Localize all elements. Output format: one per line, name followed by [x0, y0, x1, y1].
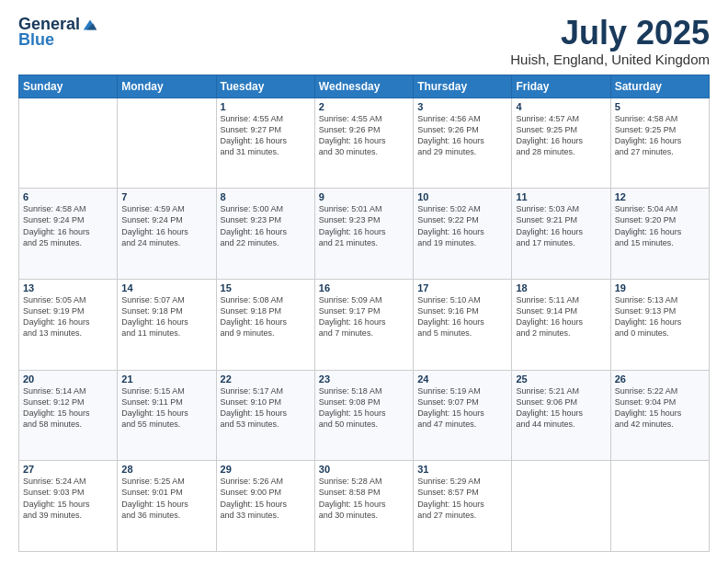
logo-blue: Blue [18, 30, 54, 50]
day-detail: Sunrise: 5:11 AM Sunset: 9:14 PM Dayligh… [516, 294, 606, 339]
calendar-cell: 28Sunrise: 5:25 AM Sunset: 9:01 PM Dayli… [118, 461, 216, 552]
day-detail: Sunrise: 5:15 AM Sunset: 9:11 PM Dayligh… [121, 385, 211, 431]
calendar-cell: 11Sunrise: 5:03 AM Sunset: 9:21 PM Dayli… [512, 189, 610, 280]
calendar-cell: 1Sunrise: 4:55 AM Sunset: 9:27 PM Daylig… [216, 98, 314, 189]
day-detail: Sunrise: 5:25 AM Sunset: 9:01 PM Dayligh… [121, 476, 211, 521]
calendar-week-3: 20Sunrise: 5:14 AM Sunset: 9:12 PM Dayli… [19, 370, 710, 461]
calendar-week-4: 27Sunrise: 5:24 AM Sunset: 9:03 PM Dayli… [19, 461, 710, 552]
main-title: July 2025 [510, 15, 710, 52]
day-number: 2 [319, 101, 409, 112]
day-detail: Sunrise: 5:05 AM Sunset: 9:19 PM Dayligh… [23, 294, 113, 339]
day-number: 3 [417, 101, 507, 112]
calendar: SundayMondayTuesdayWednesdayThursdayFrid… [18, 75, 710, 552]
day-detail: Sunrise: 5:00 AM Sunset: 9:23 PM Dayligh… [221, 203, 311, 248]
day-number: 21 [121, 373, 211, 385]
day-detail: Sunrise: 5:03 AM Sunset: 9:21 PM Dayligh… [516, 203, 606, 248]
day-detail: Sunrise: 4:58 AM Sunset: 9:25 PM Dayligh… [615, 113, 705, 158]
day-number: 11 [516, 191, 606, 202]
day-detail: Sunrise: 5:09 AM Sunset: 9:17 PM Dayligh… [319, 294, 409, 339]
calendar-cell [19, 98, 118, 189]
calendar-cell: 10Sunrise: 5:02 AM Sunset: 9:22 PM Dayli… [414, 189, 512, 280]
calendar-cell: 30Sunrise: 5:28 AM Sunset: 8:58 PM Dayli… [314, 461, 413, 552]
calendar-cell: 4Sunrise: 4:57 AM Sunset: 9:25 PM Daylig… [512, 98, 610, 189]
header: General Blue July 2025 Huish, England, U… [18, 15, 710, 67]
day-number: 31 [417, 464, 507, 475]
calendar-cell: 20Sunrise: 5:14 AM Sunset: 9:12 PM Dayli… [19, 370, 118, 461]
day-number: 8 [221, 191, 311, 202]
day-detail: Sunrise: 4:57 AM Sunset: 9:25 PM Dayligh… [516, 113, 606, 158]
calendar-cell: 17Sunrise: 5:10 AM Sunset: 9:16 PM Dayli… [414, 279, 512, 370]
calendar-header-row: SundayMondayTuesdayWednesdayThursdayFrid… [19, 75, 710, 98]
day-number: 26 [615, 373, 705, 385]
page: General Blue July 2025 Huish, England, U… [0, 0, 728, 563]
calendar-cell: 2Sunrise: 4:55 AM Sunset: 9:26 PM Daylig… [314, 98, 413, 189]
day-number: 20 [23, 373, 113, 385]
calendar-cell: 21Sunrise: 5:15 AM Sunset: 9:11 PM Dayli… [118, 370, 216, 461]
calendar-cell: 9Sunrise: 5:01 AM Sunset: 9:23 PM Daylig… [314, 189, 413, 280]
weekday-header-thursday: Thursday [414, 75, 512, 98]
day-number: 24 [417, 373, 507, 385]
day-detail: Sunrise: 5:17 AM Sunset: 9:10 PM Dayligh… [221, 385, 311, 431]
day-number: 17 [417, 282, 507, 293]
day-detail: Sunrise: 5:13 AM Sunset: 9:13 PM Dayligh… [615, 294, 705, 339]
day-number: 12 [615, 191, 705, 202]
calendar-cell: 7Sunrise: 4:59 AM Sunset: 9:24 PM Daylig… [118, 189, 216, 280]
day-detail: Sunrise: 5:22 AM Sunset: 9:04 PM Dayligh… [615, 385, 705, 431]
day-number: 15 [221, 282, 311, 293]
calendar-cell: 13Sunrise: 5:05 AM Sunset: 9:19 PM Dayli… [19, 279, 118, 370]
day-detail: Sunrise: 4:58 AM Sunset: 9:24 PM Dayligh… [23, 203, 113, 248]
calendar-cell: 15Sunrise: 5:08 AM Sunset: 9:18 PM Dayli… [216, 279, 314, 370]
calendar-cell: 16Sunrise: 5:09 AM Sunset: 9:17 PM Dayli… [314, 279, 413, 370]
calendar-cell: 5Sunrise: 4:58 AM Sunset: 9:25 PM Daylig… [610, 98, 709, 189]
day-detail: Sunrise: 5:08 AM Sunset: 9:18 PM Dayligh… [221, 294, 311, 339]
calendar-cell [512, 461, 610, 552]
day-detail: Sunrise: 5:26 AM Sunset: 9:00 PM Dayligh… [221, 476, 311, 521]
calendar-cell: 6Sunrise: 4:58 AM Sunset: 9:24 PM Daylig… [19, 189, 118, 280]
day-number: 13 [23, 282, 113, 293]
weekday-header-saturday: Saturday [610, 75, 709, 98]
day-detail: Sunrise: 5:10 AM Sunset: 9:16 PM Dayligh… [417, 294, 507, 339]
day-number: 27 [23, 464, 113, 475]
day-detail: Sunrise: 5:18 AM Sunset: 9:08 PM Dayligh… [319, 385, 409, 431]
day-number: 5 [615, 101, 705, 112]
day-number: 30 [319, 464, 409, 475]
weekday-header-tuesday: Tuesday [216, 75, 314, 98]
day-detail: Sunrise: 4:55 AM Sunset: 9:26 PM Dayligh… [319, 113, 409, 158]
weekday-header-monday: Monday [118, 75, 216, 98]
day-number: 6 [23, 191, 113, 202]
day-detail: Sunrise: 5:14 AM Sunset: 9:12 PM Dayligh… [23, 385, 113, 431]
day-number: 28 [121, 464, 211, 475]
day-number: 19 [615, 282, 705, 293]
day-detail: Sunrise: 5:21 AM Sunset: 9:06 PM Dayligh… [516, 385, 606, 431]
day-number: 29 [221, 464, 311, 475]
day-detail: Sunrise: 4:56 AM Sunset: 9:26 PM Dayligh… [417, 113, 507, 158]
day-number: 10 [417, 191, 507, 202]
day-detail: Sunrise: 5:01 AM Sunset: 9:23 PM Dayligh… [319, 203, 409, 248]
calendar-cell: 12Sunrise: 5:04 AM Sunset: 9:20 PM Dayli… [610, 189, 709, 280]
title-block: July 2025 Huish, England, United Kingdom [510, 15, 710, 67]
day-number: 1 [221, 101, 311, 112]
calendar-cell: 25Sunrise: 5:21 AM Sunset: 9:06 PM Dayli… [512, 370, 610, 461]
day-number: 25 [516, 373, 606, 385]
day-number: 4 [516, 101, 606, 112]
calendar-week-0: 1Sunrise: 4:55 AM Sunset: 9:27 PM Daylig… [19, 98, 710, 189]
day-detail: Sunrise: 5:07 AM Sunset: 9:18 PM Dayligh… [121, 294, 211, 339]
day-number: 14 [121, 282, 211, 293]
calendar-cell: 3Sunrise: 4:56 AM Sunset: 9:26 PM Daylig… [414, 98, 512, 189]
day-detail: Sunrise: 4:55 AM Sunset: 9:27 PM Dayligh… [221, 113, 311, 158]
day-number: 7 [121, 191, 211, 202]
day-detail: Sunrise: 5:02 AM Sunset: 9:22 PM Dayligh… [417, 203, 507, 248]
weekday-header-friday: Friday [512, 75, 610, 98]
logo: General Blue [18, 15, 98, 50]
calendar-cell [118, 98, 216, 189]
day-detail: Sunrise: 5:24 AM Sunset: 9:03 PM Dayligh… [23, 476, 113, 521]
subtitle: Huish, England, United Kingdom [510, 52, 710, 67]
calendar-cell: 29Sunrise: 5:26 AM Sunset: 9:00 PM Dayli… [216, 461, 314, 552]
weekday-header-sunday: Sunday [19, 75, 118, 98]
calendar-cell: 26Sunrise: 5:22 AM Sunset: 9:04 PM Dayli… [610, 370, 709, 461]
calendar-cell: 8Sunrise: 5:00 AM Sunset: 9:23 PM Daylig… [216, 189, 314, 280]
calendar-cell: 18Sunrise: 5:11 AM Sunset: 9:14 PM Dayli… [512, 279, 610, 370]
calendar-cell: 22Sunrise: 5:17 AM Sunset: 9:10 PM Dayli… [216, 370, 314, 461]
calendar-cell [610, 461, 709, 552]
day-number: 22 [221, 373, 311, 385]
